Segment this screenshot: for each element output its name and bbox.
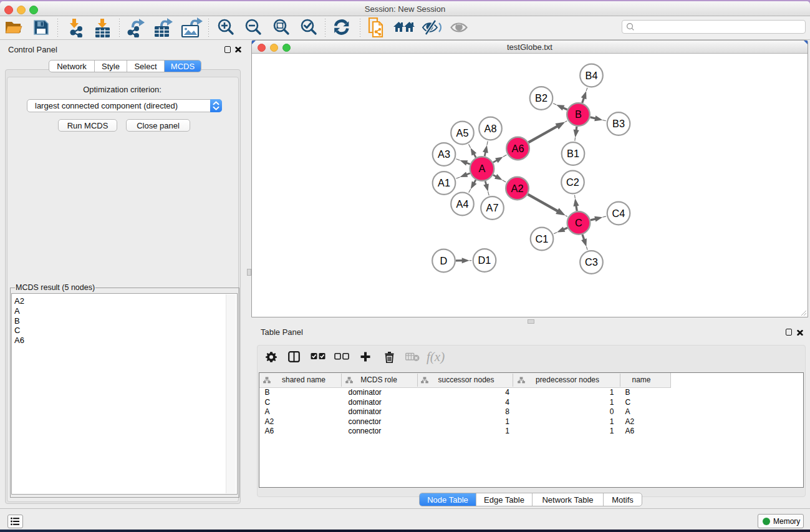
svg-text:C4: C4: [612, 208, 625, 219]
svg-text:A2: A2: [511, 183, 524, 194]
svg-text:C2: C2: [566, 177, 579, 188]
svg-text:A3: A3: [438, 148, 450, 160]
svg-text:A5: A5: [456, 127, 469, 138]
svg-text:A: A: [479, 163, 486, 174]
svg-text:A1: A1: [438, 177, 450, 188]
svg-text:B2: B2: [535, 92, 547, 104]
svg-text:B1: B1: [567, 148, 579, 159]
svg-text:A6: A6: [512, 143, 524, 154]
svg-text:C: C: [575, 217, 582, 228]
svg-text:A8: A8: [485, 123, 497, 134]
svg-text:B3: B3: [612, 118, 625, 129]
svg-text:D: D: [440, 255, 448, 266]
svg-text:D1: D1: [478, 254, 491, 266]
svg-text:B4: B4: [586, 70, 598, 81]
svg-text:C1: C1: [536, 233, 549, 244]
svg-text:C3: C3: [585, 256, 598, 268]
svg-text:B: B: [575, 109, 582, 120]
svg-text:A4: A4: [456, 198, 469, 210]
svg-text:A7: A7: [486, 202, 499, 213]
